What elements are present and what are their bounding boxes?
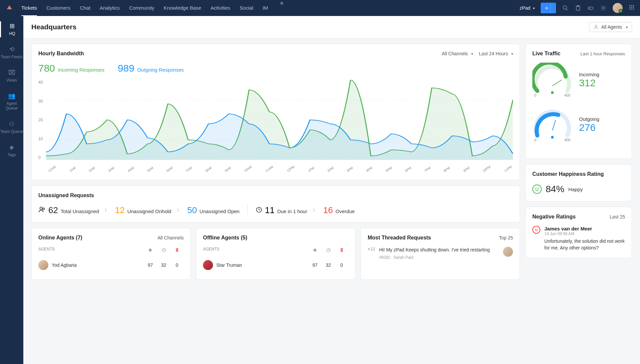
online-agents-title: Online Agents (7)	[38, 235, 82, 241]
nav-more-icon[interactable]: ≡	[277, 0, 286, 16]
svg-point-23	[551, 91, 554, 94]
page-header: Headquarters All Agents	[23, 16, 640, 38]
bandwidth-card: Hourly Bandwidth All Channels Last 24 Ho…	[31, 44, 520, 180]
live-traffic-card: Live Traffic Last 1 hour Responses	[525, 44, 632, 159]
svg-point-0	[563, 6, 567, 9]
svg-line-24	[552, 120, 556, 131]
due-soon[interactable]: 11 Due in 1 hour	[256, 205, 315, 215]
product-dropdown[interactable]: zPad	[520, 5, 535, 11]
svg-rect-5	[631, 5, 632, 6]
agent-row[interactable]: Yod Agbaria 97 32 0	[38, 257, 184, 273]
incoming-stat: 780 Incoming Responses	[38, 63, 104, 74]
svg-rect-8	[631, 7, 632, 8]
logo[interactable]	[5, 4, 13, 12]
negative-title: Negative Ratings	[532, 214, 576, 220]
offline-agents-card: Offline Agents (5) AGENTS ◈ ◷ ⧗	[196, 228, 355, 280]
sidebar-team-feeds[interactable]: ⟲ Team Feeds	[0, 45, 23, 61]
clipboard-icon[interactable]	[575, 5, 581, 11]
sidebar-label: Views	[6, 78, 17, 83]
unassigned-onhold[interactable]: 12 Unassigned Onhold	[115, 205, 179, 215]
svg-point-25	[551, 136, 554, 139]
rating-item[interactable]: James van der Meer 14 Jun 09:56 AM Unfor…	[532, 226, 625, 251]
add-button[interactable]: ＋	[541, 3, 556, 13]
threaded-filter[interactable]: Top 25	[499, 235, 513, 240]
nav-analytics[interactable]: Analytics	[100, 0, 120, 16]
channel-filter[interactable]: All Channels	[442, 51, 473, 56]
svg-rect-10	[629, 9, 630, 10]
nav-social[interactable]: Social	[240, 0, 253, 16]
svg-point-29	[537, 229, 537, 229]
sidebar-label: Tags	[7, 153, 16, 157]
total-unassigned[interactable]: 62 Total Unassigned	[38, 205, 107, 215]
grid-icon: ⊞	[10, 23, 15, 30]
sidebar-label: Team Queue	[0, 129, 23, 134]
svg-point-19	[40, 207, 42, 209]
nav-community[interactable]: Community	[129, 0, 154, 16]
agents-header: AGENTS	[38, 247, 144, 253]
search-icon[interactable]	[562, 5, 569, 11]
happy-face-icon	[532, 184, 542, 194]
svg-point-20	[43, 208, 44, 210]
bandwidth-chart: 403020100 12AM1AM2AM3AM4AM5AM6AM7AM8AM9A…	[38, 80, 513, 173]
overdue[interactable]: 16 Overdue	[323, 205, 355, 215]
bandwidth-title: Hourly Bandwidth	[38, 51, 84, 57]
svg-line-22	[552, 80, 562, 86]
happiness-title: Customer Happiness Rating	[532, 171, 625, 177]
team-icon: ⚇	[9, 121, 14, 128]
agent-avatar	[38, 260, 48, 270]
gear-icon[interactable]	[600, 5, 607, 11]
feed-icon: ⟲	[9, 46, 14, 53]
sad-face-icon	[532, 226, 540, 234]
game-icon[interactable]	[587, 5, 594, 11]
svg-rect-7	[629, 7, 630, 8]
nav-im[interactable]: IM	[263, 0, 268, 16]
agent-row[interactable]: Star Truman 97 32 0	[203, 257, 348, 273]
thread-avatar	[503, 247, 513, 257]
sidebar-views[interactable]: ⌧ Views	[0, 68, 23, 84]
nav-customers[interactable]: Customers	[46, 0, 71, 16]
clock-icon: ◷	[322, 247, 335, 253]
live-traffic-subtitle: Last 1 hour Responses	[580, 51, 625, 56]
nav-kb[interactable]: Knowledge Base	[164, 0, 201, 16]
thread-item[interactable]: ≡12 Hi! My zPad Keeps shutting down. I'v…	[368, 247, 513, 260]
unassigned-open[interactable]: 50 Unassigned Open	[187, 205, 248, 215]
sidebar-label: HQ	[9, 31, 15, 36]
time-filter[interactable]: Last 24 Hours	[479, 51, 513, 56]
nav-chat[interactable]: Chat	[80, 0, 90, 16]
svg-point-3	[603, 7, 604, 9]
svg-rect-11	[631, 9, 632, 10]
outgoing-stat: 989 Outgoing Responses	[118, 63, 184, 74]
nav-activities[interactable]: Activities	[211, 0, 230, 16]
top-nav: Tickets Customers Chat Analytics Communi…	[0, 0, 640, 16]
svg-rect-4	[629, 5, 630, 6]
svg-point-27	[538, 188, 539, 189]
nav-tickets[interactable]: Tickets	[21, 0, 37, 16]
views-icon: ⌧	[8, 69, 15, 77]
live-traffic-title: Live Traffic	[532, 51, 560, 57]
svg-point-28	[535, 229, 536, 229]
sidebar-agent-queue[interactable]: 👥 Agent Queue	[0, 91, 23, 112]
online-channel-filter[interactable]: All Channels	[157, 235, 184, 240]
sidebar-label: Agent Queue	[0, 101, 23, 111]
page-title: Headquarters	[31, 23, 76, 31]
tag-icon: ◈	[9, 144, 14, 151]
outgoing-gauge: 0400 Outgoing 276	[532, 107, 625, 142]
thread-count: ≡12	[368, 247, 375, 251]
apps-grid-icon[interactable]	[629, 4, 635, 12]
svg-rect-9	[633, 7, 634, 8]
agent-filter-dropdown[interactable]: All Agents	[589, 22, 632, 32]
online-agents-card: Online Agents (7) All Channels AGENTS ◈ …	[31, 228, 191, 280]
sidebar-team-queue[interactable]: ⚇ Team Queue	[0, 119, 23, 135]
agent-icon: 👥	[8, 93, 15, 100]
negative-filter[interactable]: Last 25	[610, 214, 625, 219]
sidebar-hq[interactable]: ⊞ HQ	[0, 21, 23, 37]
sidebar-tags[interactable]: ◈ Tags	[0, 143, 23, 159]
ticket-icon: ◈	[308, 247, 322, 253]
unassigned-title: Unassigned Requests	[38, 192, 513, 198]
threaded-card: Most Threaded Requests Top 25 ≡12 Hi! My…	[361, 228, 520, 280]
negative-ratings-card: Negative Ratings Last 25 James van der M…	[525, 207, 632, 258]
hourglass-icon: ⧗	[170, 247, 184, 253]
threaded-title: Most Threaded Requests	[368, 235, 431, 241]
unassigned-card: Unassigned Requests 62 Total Unassigned …	[31, 185, 520, 222]
user-avatar[interactable]	[613, 3, 623, 13]
